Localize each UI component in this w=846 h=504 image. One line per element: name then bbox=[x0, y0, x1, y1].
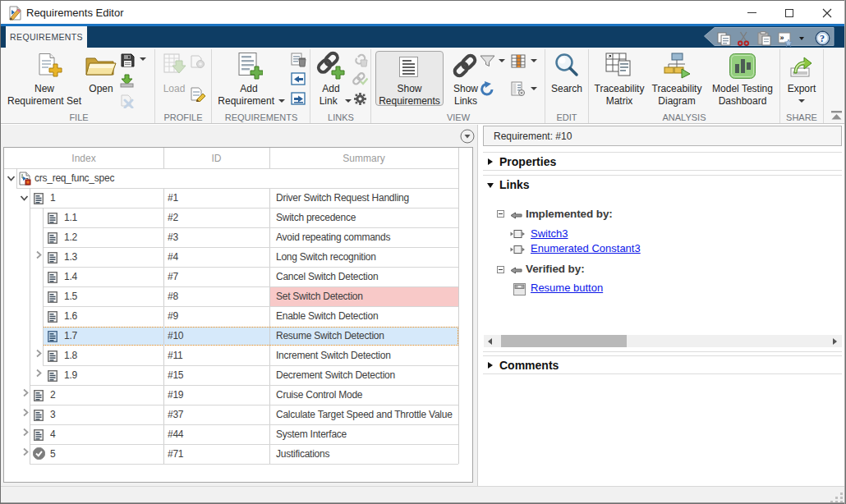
svg-text:?: ? bbox=[820, 33, 825, 44]
svg-text:»: » bbox=[780, 34, 784, 42]
